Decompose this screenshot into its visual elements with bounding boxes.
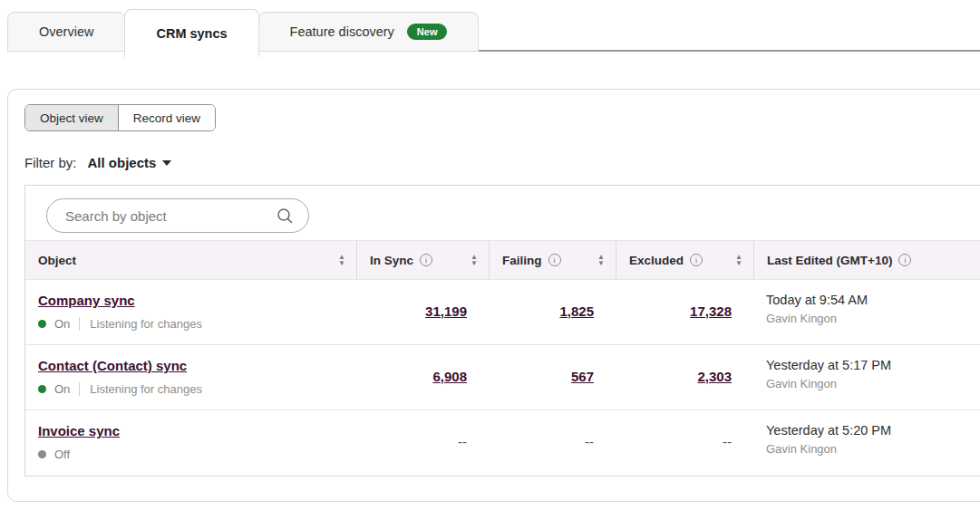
status-dot: [38, 450, 46, 458]
info-icon[interactable]: [690, 254, 703, 266]
sync-name-link[interactable]: Contact (Contact) sync: [38, 358, 187, 373]
record-view-button[interactable]: Record view: [119, 105, 215, 130]
crm-syncs-panel: Object view Record view Filter by: All o…: [7, 89, 980, 502]
column-header-in-sync: In Sync ▲▼: [356, 241, 489, 279]
failing-count: --: [585, 434, 594, 449]
failing-cell: --: [489, 410, 616, 476]
sort-button[interactable]: ▲▼: [463, 254, 478, 266]
last-edited-time: Yesterday at 5:20 PM: [766, 423, 980, 438]
column-label: Last Edited (GMT+10): [767, 254, 892, 267]
column-header-last-edited: Last Edited (GMT+10) ▲▼: [753, 241, 980, 279]
excluded-count-link[interactable]: 17,328: [690, 303, 732, 319]
filter-row: Filter by: All objects: [24, 155, 980, 170]
filter-dropdown[interactable]: All objects: [88, 155, 172, 170]
in-sync-count: --: [458, 434, 467, 449]
search-icon[interactable]: [277, 207, 294, 228]
object-view-button[interactable]: Object view: [25, 105, 119, 130]
sort-button[interactable]: ▲▼: [331, 254, 345, 266]
search-input[interactable]: [65, 208, 268, 224]
search-area: [25, 186, 980, 240]
tab-bar: Overview CRM syncs Feature discovery New: [0, 9, 980, 67]
object-cell: Invoice sync Off: [25, 410, 356, 476]
status-dot: [38, 385, 46, 393]
tab-crm-syncs-label: CRM syncs: [156, 26, 227, 41]
object-view-label: Object view: [40, 111, 103, 125]
failing-cell: 567: [489, 345, 616, 409]
failing-count-link[interactable]: 567: [571, 369, 594, 384]
last-edited-cell: Yesterday at 5:20 PM Gavin Kingon: [753, 410, 980, 476]
filter-value-text: All objects: [88, 155, 157, 170]
in-sync-cell: 6,908: [356, 345, 489, 409]
chevron-down-icon: [162, 160, 171, 166]
sync-name-link[interactable]: Company sync: [38, 293, 135, 308]
in-sync-cell: 31,199: [356, 280, 489, 344]
excluded-cell: 2,303: [616, 345, 753, 409]
tab-overview[interactable]: Overview: [7, 12, 125, 52]
excluded-count: --: [723, 434, 732, 449]
in-sync-count-link[interactable]: 6,908: [432, 369, 467, 384]
last-edited-time: Today at 9:54 AM: [766, 293, 980, 307]
excluded-cell: --: [616, 410, 753, 476]
object-cell: Contact (Contact) sync On Listening for …: [25, 345, 356, 409]
column-label: Excluded: [629, 254, 684, 267]
last-edited-by: Gavin Kingon: [766, 442, 980, 456]
info-icon[interactable]: [548, 254, 561, 266]
column-label: Object: [38, 254, 76, 267]
in-sync-count-link[interactable]: 31,199: [425, 303, 467, 319]
table-row: Contact (Contact) sync On Listening for …: [25, 345, 980, 410]
sort-button[interactable]: ▲▼: [590, 254, 605, 266]
failing-cell: 1,825: [489, 280, 616, 344]
column-label: In Sync: [370, 254, 413, 267]
status-text: Off: [54, 448, 70, 461]
last-edited-time: Yesterday at 5:17 PM: [766, 358, 980, 372]
status-text: On: [54, 317, 70, 331]
last-edited-cell: Today at 9:54 AM Gavin Kingon: [753, 280, 980, 344]
sync-name-link[interactable]: Invoice sync: [38, 423, 120, 438]
status-line: Off: [38, 448, 345, 461]
column-header-failing: Failing ▲▼: [489, 241, 616, 279]
last-edited-cell: Yesterday at 5:17 PM Gavin Kingon: [753, 345, 980, 409]
sync-table: Object ▲▼ In Sync ▲▼ Failing ▲▼ Excluded…: [24, 185, 980, 477]
column-header-excluded: Excluded ▲▼: [616, 241, 753, 279]
excluded-cell: 17,328: [616, 280, 753, 344]
last-edited-by: Gavin Kingon: [766, 312, 980, 325]
sort-button[interactable]: ▲▼: [728, 254, 742, 266]
tab-feature-discovery-label: Feature discovery: [290, 24, 394, 39]
column-header-object: Object ▲▼: [25, 241, 356, 279]
record-view-label: Record view: [133, 111, 200, 125]
status-detail: Listening for changes: [79, 317, 202, 331]
status-detail: Listening for changes: [79, 382, 202, 396]
failing-count-link[interactable]: 1,825: [559, 303, 594, 319]
info-icon[interactable]: [898, 254, 911, 266]
tab-feature-discovery[interactable]: Feature discovery New: [258, 12, 480, 52]
table-row: Company sync On Listening for changes 31…: [25, 280, 980, 345]
filter-label: Filter by:: [24, 155, 77, 170]
in-sync-cell: --: [356, 410, 489, 476]
last-edited-by: Gavin Kingon: [766, 377, 980, 390]
new-badge: New: [407, 24, 448, 40]
tab-overview-label: Overview: [39, 24, 93, 39]
excluded-count-link[interactable]: 2,303: [697, 369, 732, 384]
tab-crm-syncs[interactable]: CRM syncs: [124, 9, 258, 57]
status-line: On Listening for changes: [38, 382, 345, 396]
status-line: On Listening for changes: [38, 317, 345, 331]
column-label: Failing: [502, 254, 542, 267]
tab-underline: [479, 50, 980, 52]
info-icon[interactable]: [420, 254, 432, 266]
status-dot: [38, 320, 46, 328]
status-text: On: [54, 382, 70, 396]
table-header: Object ▲▼ In Sync ▲▼ Failing ▲▼ Excluded…: [25, 240, 980, 280]
table-row: Invoice sync Off -- -- -- Yesterday at 5…: [25, 410, 980, 476]
search-box: [46, 198, 309, 233]
object-cell: Company sync On Listening for changes: [25, 280, 356, 344]
view-toggle: Object view Record view: [24, 104, 216, 131]
